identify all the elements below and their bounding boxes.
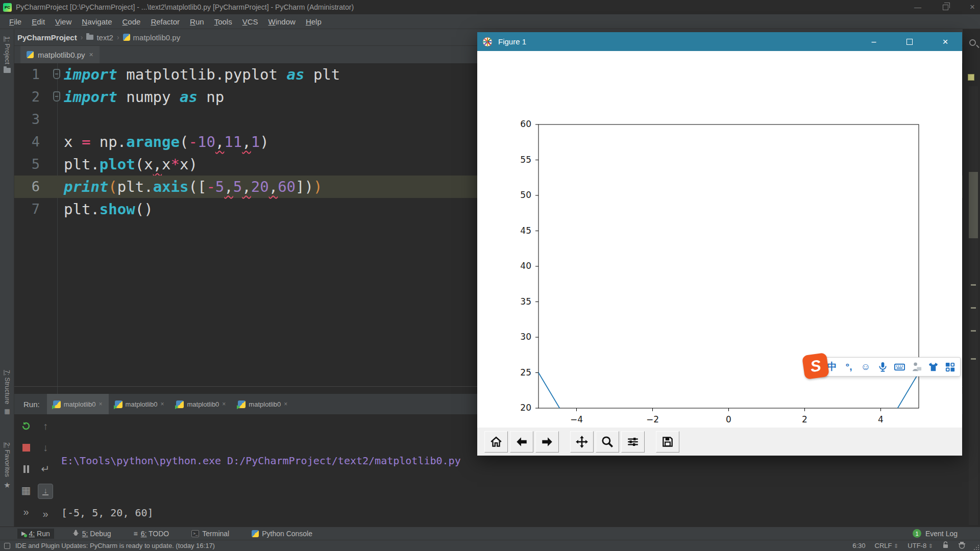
run-tab-4[interactable]: matplotlib0× bbox=[232, 394, 293, 414]
run-tab-close-icon[interactable]: × bbox=[160, 400, 164, 408]
resize-grip[interactable] bbox=[978, 549, 979, 550]
event-log-badge: 1 bbox=[913, 529, 921, 538]
sidebar-item-project[interactable]: 1: Project bbox=[0, 36, 14, 73]
forward-button[interactable] bbox=[535, 431, 559, 453]
console-toolbar-right: ↑↓↵↓» bbox=[38, 419, 53, 520]
fold-region-icon[interactable] bbox=[53, 91, 60, 102]
event-log-area[interactable]: 1 Event Log bbox=[913, 529, 958, 538]
token: plt bbox=[304, 66, 340, 83]
breadcrumb-item-text2[interactable]: text2 bbox=[86, 33, 113, 42]
menu-item-code[interactable]: Code bbox=[117, 15, 146, 28]
line-ending-selector[interactable]: CRLF ⇕ bbox=[875, 542, 899, 549]
menu-item-help[interactable]: Help bbox=[301, 15, 327, 28]
fold-region-icon[interactable] bbox=[53, 69, 60, 79]
sidebar-item-favorites[interactable]: 2: Favorites ★ bbox=[0, 442, 14, 490]
run-tab-2[interactable]: matplotlib0× bbox=[109, 394, 170, 414]
toolbox-icon[interactable] bbox=[944, 360, 956, 373]
status-message[interactable]: IDE and Plugin Updates: PyCharm is ready… bbox=[15, 542, 215, 549]
save-button[interactable] bbox=[656, 431, 679, 453]
sogou-ime-toolbar[interactable]: 中°,☺ bbox=[820, 357, 961, 377]
menu-item-run[interactable]: Run bbox=[185, 15, 209, 28]
run-tab-1[interactable]: matplotlib0× bbox=[47, 394, 109, 414]
token: ) bbox=[260, 133, 268, 151]
y-tick-40: 40 bbox=[510, 261, 531, 271]
project-stripe-label: 1: Project bbox=[4, 36, 11, 64]
keyboard-icon[interactable] bbox=[893, 360, 905, 373]
python-run-icon bbox=[176, 400, 184, 408]
tool-window-button-terminal[interactable]: >_Terminal bbox=[187, 529, 233, 539]
lock-icon[interactable] bbox=[942, 541, 949, 550]
window-controls: — × bbox=[914, 0, 975, 14]
breadcrumb-label: text2 bbox=[96, 33, 113, 42]
configure-subplots-button[interactable] bbox=[621, 431, 645, 453]
figure-minimize-icon[interactable]: – bbox=[862, 32, 886, 51]
rerun-icon[interactable] bbox=[19, 419, 33, 433]
x-tick-2: 2 bbox=[792, 414, 818, 424]
tool-window-label: Python Console bbox=[262, 530, 312, 538]
scrollbar-thumb[interactable] bbox=[969, 172, 978, 238]
menu-bar: FileEditViewNavigateCodeRefactorRunTools… bbox=[0, 14, 980, 29]
tab-matplotlib0[interactable]: matplotlib0.py × bbox=[20, 46, 100, 63]
scroll-to-end-icon[interactable]: ↓ bbox=[38, 484, 53, 499]
figure-close-icon[interactable]: × bbox=[934, 32, 957, 51]
tab-close-icon[interactable]: × bbox=[89, 51, 93, 59]
menu-item-window[interactable]: Window bbox=[263, 15, 301, 28]
mic-icon[interactable] bbox=[876, 360, 889, 373]
soft-wrap-icon[interactable]: ↵ bbox=[39, 462, 52, 475]
pan-button[interactable] bbox=[570, 431, 594, 453]
step-down-icon[interactable]: ↓ bbox=[39, 441, 52, 454]
more-icon[interactable]: » bbox=[39, 507, 52, 520]
menu-item-navigate[interactable]: Navigate bbox=[77, 15, 117, 28]
restore-icon[interactable] bbox=[943, 5, 948, 10]
breadcrumb-item-pycharmproject[interactable]: PyCharmProject bbox=[7, 33, 77, 42]
figure-maximize-icon[interactable] bbox=[898, 32, 921, 51]
inspection-status-square[interactable] bbox=[968, 74, 974, 81]
menu-item-file[interactable]: File bbox=[4, 15, 27, 28]
tool-window-switcher-icon[interactable] bbox=[4, 543, 10, 549]
menu-item-refactor[interactable]: Refactor bbox=[145, 15, 185, 28]
code-text: print(plt.axis([-5,5,20,60])) bbox=[64, 176, 322, 198]
run-tab-close-icon[interactable]: × bbox=[222, 400, 226, 408]
punctuation-icon[interactable]: °, bbox=[843, 360, 855, 373]
breadcrumb-item-matplotlib0.py[interactable]: matplotlib0.py bbox=[123, 33, 181, 42]
caret-position[interactable]: 6:30 bbox=[852, 542, 865, 549]
x-tick-0: 0 bbox=[716, 414, 742, 424]
more-icon[interactable]: » bbox=[19, 505, 33, 518]
inspections-hector-icon[interactable] bbox=[958, 541, 966, 550]
search-everywhere-icon[interactable] bbox=[969, 39, 976, 46]
menu-item-vcs[interactable]: VCS bbox=[237, 15, 263, 28]
tool-window-button-5-debug[interactable]: 5: Debug bbox=[68, 529, 115, 539]
close-icon[interactable]: × bbox=[970, 2, 975, 12]
home-button[interactable] bbox=[484, 431, 508, 453]
emoji-icon[interactable]: ☺ bbox=[860, 360, 872, 373]
figure-title-bar[interactable]: Figure 1 – × bbox=[477, 32, 962, 51]
editor-scrollbar[interactable] bbox=[969, 86, 978, 525]
line-number: 6 bbox=[14, 176, 40, 198]
scrollbar-mark bbox=[971, 284, 976, 286]
back-button[interactable] bbox=[510, 431, 533, 453]
restore-layout-icon[interactable]: ▦ bbox=[19, 484, 33, 497]
run-tab-close-icon[interactable]: × bbox=[284, 400, 287, 408]
menu-item-edit[interactable]: Edit bbox=[27, 15, 50, 28]
run-tab-close-icon[interactable]: × bbox=[99, 400, 103, 408]
encoding-selector[interactable]: UTF-8 ⇕ bbox=[908, 542, 933, 549]
zoom-button[interactable] bbox=[596, 431, 619, 453]
minimize-icon[interactable]: — bbox=[914, 3, 921, 11]
stop-icon[interactable] bbox=[19, 441, 33, 454]
figure-window[interactable]: Figure 1 – × 202530354045505560 −4−2024 bbox=[477, 32, 962, 456]
run-tab-3[interactable]: matplotlib0× bbox=[170, 394, 232, 414]
pycharm-logo-icon: PC bbox=[3, 3, 12, 12]
pause-icon[interactable] bbox=[19, 462, 33, 475]
token: - bbox=[206, 178, 215, 195]
tool-window-button-6-todo[interactable]: ≡6: TODO bbox=[130, 529, 174, 539]
menu-item-tools[interactable]: Tools bbox=[209, 15, 237, 28]
handwriting-icon[interactable] bbox=[910, 360, 922, 373]
step-up-icon[interactable]: ↑ bbox=[39, 419, 52, 433]
menu-item-view[interactable]: View bbox=[50, 15, 77, 28]
skin-icon[interactable] bbox=[927, 360, 939, 373]
tool-window-button-python-console[interactable]: Python Console bbox=[248, 529, 316, 539]
breadcrumb-separator: › bbox=[117, 33, 119, 41]
tool-window-button-4-run[interactable]: ▶4: Run bbox=[17, 529, 54, 539]
sidebar-item-structure[interactable]: 7: Structure ▦ bbox=[0, 370, 14, 415]
sogou-logo-icon[interactable]: S bbox=[802, 353, 829, 380]
